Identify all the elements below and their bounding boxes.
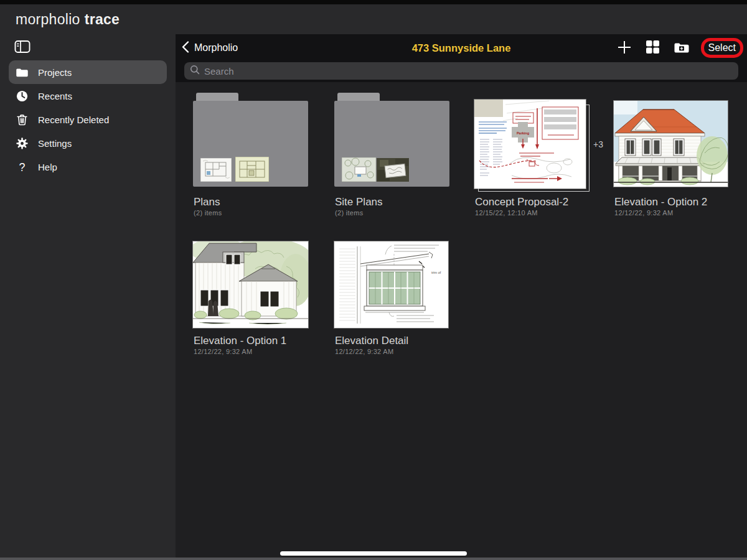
status-bar	[0, 0, 747, 4]
grid-view-icon	[646, 40, 660, 56]
elevation-option-2-thumbnail	[614, 101, 728, 187]
folder-tab	[196, 93, 238, 101]
trash-icon	[16, 113, 29, 126]
project-grid: Plans (2) items	[176, 82, 747, 560]
folder-body	[193, 101, 308, 187]
card-title: Elevation Detail	[335, 335, 408, 347]
sidebar-item-label: Help	[38, 162, 57, 172]
app-logo-bar: morpholio trace	[0, 0, 747, 34]
plus-icon	[617, 40, 632, 57]
card-title: Site Plans	[335, 196, 383, 208]
concept-proposal-thumbnail: Parking	[474, 100, 586, 189]
card-subtitle: 12/12/22, 9:32 AM	[614, 209, 673, 217]
card-title: Elevation - Option 2	[614, 196, 707, 208]
folder-body	[334, 101, 449, 187]
more-pages-badge: +3	[593, 139, 603, 149]
home-indicator[interactable]	[280, 551, 467, 556]
card-subtitle: 12/12/22, 9:32 AM	[194, 348, 252, 355]
stacked-pages-thumbnail: Parking	[474, 100, 590, 192]
logo-part-2: trace	[85, 11, 120, 28]
sidebar-item-label: Projects	[38, 67, 72, 78]
back-button[interactable]: Morpholio	[182, 41, 238, 55]
sidebar-item-label: Recently Deleted	[38, 114, 109, 125]
sidebar-toggle-icon[interactable]	[14, 39, 31, 54]
clock-icon	[16, 90, 29, 103]
sketch-card-concept-proposal-2[interactable]: Parking	[474, 93, 590, 220]
select-button[interactable]: Select	[708, 42, 736, 54]
elevation-detail-thumbnail: trim of	[334, 241, 448, 328]
svg-text:Parking: Parking	[517, 131, 529, 135]
folder-tab	[337, 93, 380, 101]
back-label: Morpholio	[194, 42, 238, 54]
sidebar-item-label: Recents	[38, 91, 72, 101]
question-icon: ?	[16, 161, 29, 174]
search-bar[interactable]	[184, 62, 738, 80]
sketch-card-elevation-option-2[interactable]: Elevation - Option 2 12/12/22, 9:32 AM	[614, 93, 729, 220]
logo-part-1: morpholio	[16, 11, 80, 28]
app-window: morpholio trace Projects	[0, 0, 747, 560]
select-annotation-ring: Select	[701, 38, 743, 58]
sidebar-item-recents[interactable]: Recents	[0, 84, 176, 108]
sidebar-nav: Projects Recents Recently Deleted	[0, 60, 176, 179]
folder-thumbnail	[334, 93, 449, 187]
sidebar-item-help[interactable]: ? Help	[0, 155, 176, 179]
chevron-left-icon	[182, 41, 189, 55]
screen-bottom-edge	[0, 558, 747, 560]
folder-card-site-plans[interactable]: Site Plans (2) items	[334, 93, 449, 220]
new-folder-button[interactable]	[671, 37, 692, 58]
mini-site-plan-sketch	[342, 157, 376, 182]
card-subtitle: 12/12/22, 9:32 AM	[335, 348, 393, 355]
sidebar-item-projects[interactable]: Projects	[9, 60, 167, 84]
sketch-card-elevation-detail[interactable]: trim of	[334, 241, 449, 360]
search-icon	[190, 65, 200, 77]
main-header: Morpholio 473 Sunnyside Lane	[176, 34, 747, 82]
folder-thumbnail	[193, 93, 308, 187]
card-subtitle: (2) items	[335, 209, 363, 217]
search-input[interactable]	[204, 66, 733, 77]
sidebar: Projects Recents Recently Deleted	[0, 34, 176, 560]
header-actions: Select	[614, 37, 743, 58]
new-folder-icon	[674, 40, 690, 56]
elevation-option-1-thumbnail	[193, 241, 308, 328]
app-logo: morpholio trace	[16, 4, 120, 34]
card-subtitle: (2) items	[194, 209, 222, 217]
folder-card-plans[interactable]: Plans (2) items	[193, 93, 308, 220]
mini-floor-plan-sketch	[200, 158, 232, 182]
navigation-row: Morpholio 473 Sunnyside Lane	[176, 34, 747, 62]
card-title: Elevation - Option 1	[194, 335, 286, 347]
sidebar-item-recently-deleted[interactable]: Recently Deleted	[0, 108, 176, 131]
card-subtitle: 12/15/22, 12:10 AM	[475, 209, 538, 217]
mini-floor-plan-yellow	[235, 157, 269, 182]
sketch-card-elevation-option-1[interactable]: Elevation - Option 1 12/12/22, 9:32 AM	[193, 241, 308, 360]
gear-icon	[16, 137, 29, 150]
sidebar-item-label: Settings	[38, 138, 72, 149]
grid-view-button[interactable]	[642, 37, 664, 58]
main-panel: Morpholio 473 Sunnyside Lane	[176, 34, 747, 560]
add-button[interactable]	[614, 37, 635, 58]
card-title: Plans	[194, 196, 220, 208]
sidebar-item-settings[interactable]: Settings	[0, 131, 176, 155]
svg-text:trim of: trim of	[431, 271, 441, 274]
svg-text:?: ?	[19, 161, 26, 173]
folder-icon	[16, 66, 29, 79]
mini-aerial-photo	[377, 158, 409, 182]
card-title: Concept Proposal-2	[475, 196, 568, 208]
